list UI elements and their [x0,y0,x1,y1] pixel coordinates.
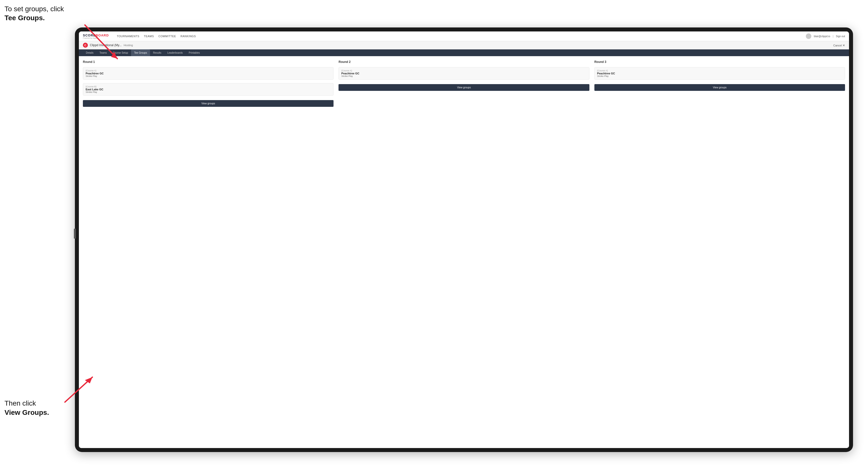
logo: SCOREBOARD [83,33,109,37]
nav-separator: | [833,35,834,38]
tab-course-setup[interactable]: Course Setup [110,50,131,56]
round-2-course-a-card: (Course A) Peachtree GC Stroke Play [339,67,589,80]
round-1-course-b-card: (Course B) East Lake GC Stroke Play [83,83,334,96]
round-2-course-a-label: (Course A) [341,69,586,72]
round-3-course-a-format: Stroke Play [597,75,842,77]
instruction-bottom: Then click View Groups. [4,399,49,417]
nav-right: blair@clippd.io | Sign out [806,33,845,39]
tablet-frame: SCOREBOARD Powered by clippit TOURNAMENT… [75,27,853,452]
tab-tee-groups[interactable]: Tee Groups [131,50,150,56]
logo-powered: Powered by clippit [83,37,109,39]
round-3-course-a-card: (Course A) Peachtree GC Stroke Play [594,67,845,80]
tab-teams[interactable]: Teams [97,50,110,56]
round-2-course-a-name: Peachtree GC [341,72,586,75]
tournament-hosting: Hosting [124,44,133,47]
nav-tournaments[interactable]: TOURNAMENTS [117,34,139,39]
nav-teams[interactable]: TEAMS [144,34,154,39]
round-1-course-a-label: (Course A) [86,69,331,72]
nav-rankings[interactable]: RANKINGS [181,34,196,39]
round-1-view-groups-button[interactable]: View groups [83,100,334,107]
round-2-title: Round 2 [339,60,589,64]
round-3-section: Round 3 (Course A) Peachtree GC Stroke P… [594,60,845,107]
tab-details[interactable]: Details [83,50,97,56]
round-3-course-a-label: (Course A) [597,69,842,72]
tournament-logo: C [83,43,88,48]
round-1-course-b-name: East Lake GC [86,88,331,91]
top-nav: SCOREBOARD Powered by clippit TOURNAMENT… [79,31,849,41]
instruction-top: To set groups, click Tee Groups. [4,4,64,23]
sub-tabs: Details Teams Course Setup Tee Groups Re… [79,50,849,56]
tablet-screen: SCOREBOARD Powered by clippit TOURNAMENT… [79,31,849,448]
user-avatar [806,33,811,39]
instruction-bottom-bold: View Groups. [4,409,49,416]
tournament-title-area: C Clippd Invitational (My... Hosting [83,43,133,48]
round-1-course-b-format: Stroke Play [86,91,331,93]
round-3-title: Round 3 [594,60,845,64]
round-1-section: Round 1 (Course A) Peachtree GC Stroke P… [83,60,334,107]
rounds-grid: Round 1 (Course A) Peachtree GC Stroke P… [83,60,845,107]
tab-printables[interactable]: Printables [186,50,203,56]
round-1-course-b-label: (Course B) [86,85,331,88]
round-2-section: Round 2 (Course A) Peachtree GC Stroke P… [339,60,589,107]
round-3-view-groups-button[interactable]: View groups [594,84,845,91]
sign-out-link[interactable]: Sign out [836,35,845,38]
tablet-side-button [74,229,76,239]
cancel-area: Cancel ✕ [833,43,845,48]
round-1-title: Round 1 [83,60,334,64]
instruction-bottom-line1: Then click [4,399,36,407]
nav-links: TOURNAMENTS TEAMS COMMITTEE RANKINGS [117,34,801,39]
instruction-top-bold: Tee Groups. [4,14,45,22]
round-1-course-a-card: (Course A) Peachtree GC Stroke Play [83,67,334,80]
round-3-course-a-name: Peachtree GC [597,72,842,75]
nav-committee[interactable]: COMMITTEE [158,34,176,39]
logo-area: SCOREBOARD Powered by clippit [83,33,109,39]
round-1-course-a-name: Peachtree GC [86,72,331,75]
round-2-view-groups-button[interactable]: View groups [339,84,589,91]
round-1-course-a-format: Stroke Play [86,75,331,77]
tab-leaderboards[interactable]: Leaderboards [164,50,186,56]
round-2-course-a-format: Stroke Play [341,75,586,77]
tab-results[interactable]: Results [150,50,164,56]
cancel-button[interactable]: Cancel ✕ [833,44,845,47]
main-content: Round 1 (Course A) Peachtree GC Stroke P… [79,56,849,448]
instruction-top-line1: To set groups, click [4,5,64,13]
user-email: blair@clippd.io [814,35,830,38]
tournament-name: Clippd Invitational (My... [90,43,122,47]
tournament-bar: C Clippd Invitational (My... Hosting Can… [79,41,849,50]
